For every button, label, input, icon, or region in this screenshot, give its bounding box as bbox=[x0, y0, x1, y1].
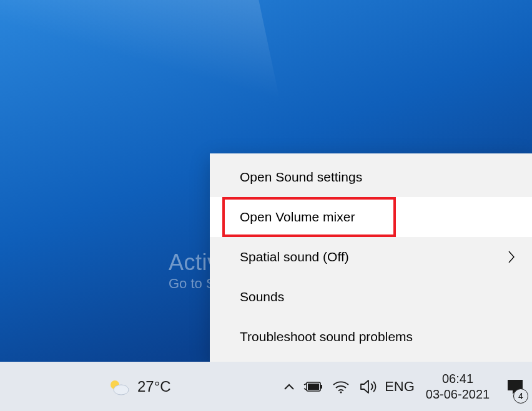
menu-sounds[interactable]: Sounds bbox=[210, 277, 532, 317]
wifi-icon bbox=[332, 379, 350, 394]
taskbar: 27°C bbox=[0, 362, 532, 411]
menu-open-volume-mixer[interactable]: Open Volume mixer bbox=[210, 197, 532, 237]
notification-count-badge: 4 bbox=[513, 389, 528, 404]
speaker-icon bbox=[359, 379, 378, 395]
menu-spatial-sound[interactable]: Spatial sound (Off) bbox=[210, 237, 532, 277]
desktop-background: Activate Windows Go to Settings to activ… bbox=[0, 0, 532, 411]
weather-temperature: 27°C bbox=[137, 378, 171, 395]
battery-charging-icon bbox=[303, 380, 324, 394]
svg-point-1 bbox=[114, 385, 129, 395]
weather-icon bbox=[107, 377, 130, 396]
svg-rect-3 bbox=[320, 385, 322, 389]
menu-open-sound-settings[interactable]: Open Sound settings bbox=[210, 157, 532, 197]
wifi-tray-icon[interactable] bbox=[327, 362, 355, 411]
weather-widget[interactable]: 27°C bbox=[107, 362, 171, 411]
volume-context-menu: Open Sound settings Open Volume mixer Sp… bbox=[210, 153, 532, 362]
language-indicator[interactable]: ENG bbox=[382, 362, 417, 411]
tray-overflow-button[interactable] bbox=[278, 362, 300, 411]
menu-item-label: Spatial sound (Off) bbox=[240, 249, 349, 264]
menu-item-label: Open Sound settings bbox=[240, 170, 362, 185]
chevron-up-icon bbox=[283, 383, 295, 390]
volume-tray-icon[interactable] bbox=[355, 362, 382, 411]
menu-troubleshoot-sound[interactable]: Troubleshoot sound problems bbox=[210, 317, 532, 357]
svg-rect-4 bbox=[308, 384, 319, 390]
action-center-button[interactable]: 4 bbox=[498, 362, 532, 411]
clock-tray[interactable]: 06:41 03-06-2021 bbox=[417, 362, 498, 411]
menu-item-label: Troubleshoot sound problems bbox=[240, 329, 413, 344]
svg-point-5 bbox=[340, 391, 342, 393]
clock-date: 03-06-2021 bbox=[426, 387, 490, 402]
menu-item-label: Sounds bbox=[240, 289, 284, 304]
language-label: ENG bbox=[385, 379, 415, 395]
clock-time: 06:41 bbox=[442, 371, 473, 387]
menu-item-label: Open Volume mixer bbox=[240, 210, 355, 225]
battery-tray-icon[interactable] bbox=[300, 362, 327, 411]
chevron-right-icon bbox=[507, 249, 516, 264]
